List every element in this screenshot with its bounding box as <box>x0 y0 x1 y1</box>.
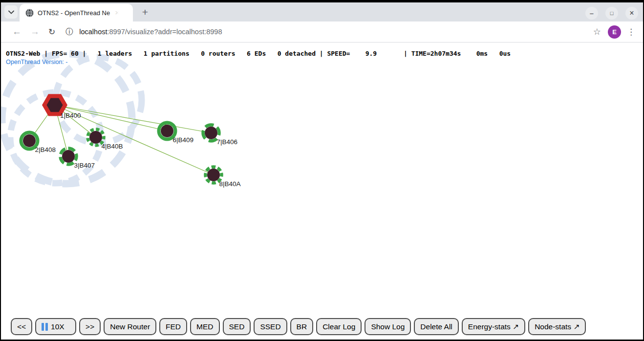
window-controls: − □ × <box>585 7 638 20</box>
forward-button[interactable]: → <box>30 26 40 37</box>
fed-button[interactable]: FED <box>159 318 187 335</box>
sed-button[interactable]: SED <box>223 318 251 335</box>
delete-all-button[interactable]: Delete All <box>414 318 458 335</box>
url-path: :8997/visualize?addr=localhost:8998 <box>107 28 222 36</box>
window-close-button[interactable]: × <box>625 7 638 20</box>
new-router-button[interactable]: New Router <box>104 318 156 335</box>
node-label: 6|B409 <box>173 136 194 144</box>
address-bar[interactable]: ⓘ localhost:8997/visualize?addr=localhos… <box>65 27 586 37</box>
br-button[interactable]: BR <box>290 318 314 335</box>
favicon-globe-icon <box>25 9 34 17</box>
page-content: 1|B4002|B4083|B4074|B40B6|B4097|B4068|B4… <box>1 43 643 340</box>
openthread-version-link[interactable]: OpenThread Version: - <box>6 59 67 65</box>
tab-search-button[interactable] <box>4 5 18 19</box>
browser-tab[interactable]: OTNS2 - OpenThread Ne × <box>20 4 133 21</box>
end-device-node[interactable] <box>207 169 220 181</box>
med-button[interactable]: MED <box>190 318 219 335</box>
network-canvas[interactable]: 1|B4002|B4083|B4074|B40B6|B4097|B4068|B4… <box>1 43 643 340</box>
pause-icon <box>42 323 48 331</box>
speed-button[interactable]: 10X <box>35 318 76 335</box>
browser-window: OTNS2 - OpenThread Ne × + − □ × ← → ↻ ⓘ … <box>1 2 643 340</box>
end-device-node[interactable] <box>23 134 36 147</box>
node-label: 1|B400 <box>60 112 81 119</box>
chevron-down-icon <box>8 10 14 14</box>
clear-log-button[interactable]: Clear Log <box>316 318 362 335</box>
menu-kebab-icon[interactable]: ⋮ <box>627 27 635 37</box>
bookmark-star-icon[interactable]: ☆ <box>593 26 601 37</box>
node-stats-button[interactable]: Node-stats ↗ <box>528 318 586 335</box>
speed-down-button[interactable]: << <box>11 318 32 335</box>
maximize-button[interactable]: □ <box>605 7 618 20</box>
end-device-node[interactable] <box>205 127 217 139</box>
tab-title: OTNS2 - OpenThread Ne <box>38 9 112 17</box>
node-label: 8|B40A <box>219 180 241 188</box>
reload-button[interactable]: ↻ <box>48 27 55 37</box>
browser-toolbar: ← → ↻ ⓘ localhost:8997/visualize?addr=lo… <box>1 21 643 43</box>
node-label: 7|B406 <box>217 138 238 146</box>
status-line: OTNS2-Web | FPS= 60 | 1 leaders 1 partit… <box>6 50 511 57</box>
end-device-node[interactable] <box>89 131 102 144</box>
minimize-button[interactable]: − <box>585 7 598 20</box>
back-button[interactable]: ← <box>12 26 21 37</box>
tab-close-button[interactable]: × <box>113 8 122 17</box>
node-label: 4|B40B <box>102 143 123 150</box>
ssed-button[interactable]: SSED <box>254 318 287 335</box>
tab-strip: OTNS2 - OpenThread Ne × + − □ × <box>1 2 643 21</box>
speed-label: 10X <box>51 322 64 331</box>
url-host: localhost <box>79 28 107 36</box>
new-tab-button[interactable]: + <box>139 6 151 19</box>
node-label: 3|B407 <box>74 162 95 169</box>
speed-up-button[interactable]: >> <box>79 318 101 335</box>
end-device-node[interactable] <box>62 150 75 163</box>
site-info-icon[interactable]: ⓘ <box>65 27 73 37</box>
simulation-toolbar: << 10X >> New Router FED MED SED SSED BR… <box>11 318 586 335</box>
avatar[interactable]: E <box>608 25 621 39</box>
energy-stats-button[interactable]: Energy-stats ↗ <box>462 318 525 335</box>
end-device-node[interactable] <box>161 125 173 137</box>
url-text[interactable]: localhost:8997/visualize?addr=localhost:… <box>79 28 222 36</box>
node-label: 2|B408 <box>35 146 56 153</box>
show-log-button[interactable]: Show Log <box>365 318 411 335</box>
